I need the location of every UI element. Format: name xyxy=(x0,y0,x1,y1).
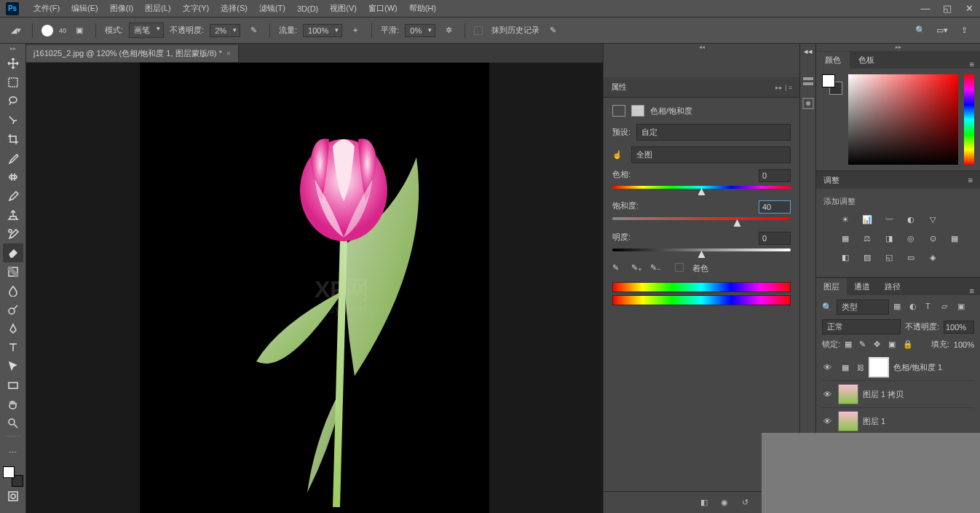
filter-adjust-icon[interactable]: ◐ xyxy=(909,302,921,313)
layer-row[interactable]: 👁 ▦ ⛓ 色相/饱和度 1 xyxy=(822,354,974,381)
hue-icon[interactable]: ▦ xyxy=(838,232,853,245)
move-tool[interactable] xyxy=(3,54,23,73)
menu-window[interactable]: 窗口(W) xyxy=(363,3,403,14)
gradient-tool[interactable] xyxy=(3,262,23,281)
swatches-tab[interactable]: 色板 xyxy=(850,52,883,68)
layers-tab[interactable]: 图层 xyxy=(816,278,847,295)
layer-row[interactable]: 👁 图层 1 xyxy=(822,408,974,435)
zoom-tool[interactable] xyxy=(3,414,23,433)
channel-mixer-icon[interactable]: ⊙ xyxy=(925,232,940,245)
reset-icon[interactable]: ↺ xyxy=(738,496,751,509)
brush-panel-icon[interactable]: ▣ xyxy=(72,23,87,38)
menu-layer[interactable]: 图层(L) xyxy=(139,3,176,14)
maximize-icon[interactable]: ◱ xyxy=(936,0,958,17)
color-swatch-pair[interactable] xyxy=(822,74,842,95)
share-icon[interactable]: ⇪ xyxy=(957,23,971,38)
canvas[interactable]: XP网 system.com xyxy=(140,63,489,513)
menu-edit[interactable]: 编辑(E) xyxy=(66,3,104,14)
tool-preset-icon[interactable]: ◢▾ xyxy=(9,23,23,38)
layer-eye-icon[interactable]: 👁 xyxy=(823,417,834,426)
eyedropper-icon[interactable]: ✎ xyxy=(612,263,625,276)
layers-menu-icon[interactable]: ≡ xyxy=(964,286,980,295)
preset-dropdown[interactable]: 自定 xyxy=(636,124,791,141)
history-brush-tool[interactable] xyxy=(3,224,23,243)
filter-pixel-icon[interactable]: ▦ xyxy=(893,302,905,313)
layer-name[interactable]: 色相/饱和度 1 xyxy=(893,362,942,373)
clone-stamp-tool[interactable] xyxy=(3,205,23,224)
spot-heal-tool[interactable] xyxy=(3,168,23,187)
menu-filter[interactable]: 滤镜(T) xyxy=(253,3,291,14)
lightness-input[interactable]: 0 xyxy=(759,232,791,245)
filter-type-dropdown[interactable]: 类型 xyxy=(837,299,889,315)
lock-pos-icon[interactable]: ✥ xyxy=(874,340,884,350)
mode-dropdown[interactable]: 画笔 xyxy=(129,23,164,38)
dock-icon-2[interactable] xyxy=(802,97,815,110)
posterize-icon[interactable]: ▨ xyxy=(860,251,874,264)
balance-icon[interactable]: ⚖ xyxy=(860,232,874,245)
lightness-slider[interactable] xyxy=(612,247,791,256)
layer-thumb[interactable] xyxy=(838,411,858,431)
prev-state-icon[interactable]: ◉ xyxy=(718,496,731,509)
range-dropdown[interactable]: 全图 xyxy=(631,146,791,163)
tab-close-icon[interactable]: × xyxy=(226,49,231,58)
selective-icon[interactable]: ◈ xyxy=(925,251,940,264)
menu-select[interactable]: 选择(S) xyxy=(215,3,253,14)
layer-link-icon[interactable]: ⛓ xyxy=(857,364,864,372)
path-select-tool[interactable] xyxy=(3,357,23,376)
layer-eye-icon[interactable]: 👁 xyxy=(823,363,834,372)
brush-preview-icon[interactable] xyxy=(42,25,53,36)
layer-name[interactable]: 图层 1 xyxy=(863,416,885,427)
pressure-opacity-icon[interactable]: ✎ xyxy=(246,23,261,38)
opacity-dropdown[interactable]: 2% xyxy=(210,24,240,37)
bw-icon[interactable]: ◨ xyxy=(882,232,896,245)
smooth-dropdown[interactable]: 0% xyxy=(405,24,435,37)
hue-strip[interactable] xyxy=(964,74,974,165)
search-icon[interactable]: 🔍 xyxy=(913,23,928,38)
lock-trans-icon[interactable]: ▦ xyxy=(845,340,855,350)
type-tool[interactable] xyxy=(3,338,23,357)
blend-mode-dropdown[interactable]: 正常 xyxy=(822,319,901,334)
marquee-tool[interactable] xyxy=(3,73,23,92)
brush-tool[interactable] xyxy=(3,187,23,205)
edit-toolbar-icon[interactable]: ⋯ xyxy=(3,443,23,462)
eraser-tool[interactable] xyxy=(3,243,23,262)
quick-select-tool[interactable] xyxy=(3,111,23,130)
lock-pixel-icon[interactable]: ✎ xyxy=(859,340,869,350)
colorize-checkbox[interactable] xyxy=(675,263,684,272)
foreground-swatch[interactable] xyxy=(3,466,15,478)
channels-tab[interactable]: 通道 xyxy=(847,278,877,295)
lasso-tool[interactable] xyxy=(3,92,23,111)
menu-3d[interactable]: 3D(D) xyxy=(291,4,324,13)
workspace-icon[interactable]: ▭▾ xyxy=(935,23,949,38)
hue-input[interactable]: 0 xyxy=(759,169,791,182)
finger-icon[interactable]: ☝ xyxy=(612,150,625,160)
menu-help[interactable]: 帮助(H) xyxy=(403,3,442,14)
vibrance-icon[interactable]: ▽ xyxy=(925,213,940,226)
layer-row[interactable]: 👁 图层 1 拷贝 xyxy=(822,381,974,408)
lock-all-icon[interactable]: 🔒 xyxy=(903,340,913,350)
layer-opacity-input[interactable]: 100% xyxy=(944,321,974,334)
invert-icon[interactable]: ◧ xyxy=(838,251,853,264)
layer-name[interactable]: 图层 1 拷贝 xyxy=(863,389,904,400)
layer-thumb[interactable] xyxy=(838,384,858,404)
saturation-slider[interactable] xyxy=(612,216,791,224)
lut-icon[interactable]: ▦ xyxy=(947,232,962,245)
quickmask-icon[interactable] xyxy=(3,487,23,506)
curves-icon[interactable]: 〰 xyxy=(882,213,896,226)
canvas-viewport[interactable]: XP网 system.com xyxy=(26,63,603,513)
levels-icon[interactable]: 📊 xyxy=(860,213,874,226)
clip-icon[interactable]: ◧ xyxy=(698,496,711,509)
close-icon[interactable]: ✕ xyxy=(958,0,980,17)
photo-filter-icon[interactable]: ◎ xyxy=(904,232,918,245)
pen-tool[interactable] xyxy=(3,319,23,338)
paths-tab[interactable]: 路径 xyxy=(877,278,908,295)
fill-input[interactable]: 100% xyxy=(954,340,974,349)
airbrush-icon[interactable]: ⌖ xyxy=(348,23,363,38)
layer-mask-thumb[interactable] xyxy=(869,357,889,377)
blur-tool[interactable] xyxy=(3,281,23,300)
color-swatches[interactable] xyxy=(3,466,23,487)
lock-artboard-icon[interactable]: ▣ xyxy=(888,340,898,350)
color-menu-icon[interactable]: ≡ xyxy=(964,60,980,68)
menu-image[interactable]: 图像(I) xyxy=(104,3,139,14)
eyedropper-tool[interactable] xyxy=(3,149,23,168)
